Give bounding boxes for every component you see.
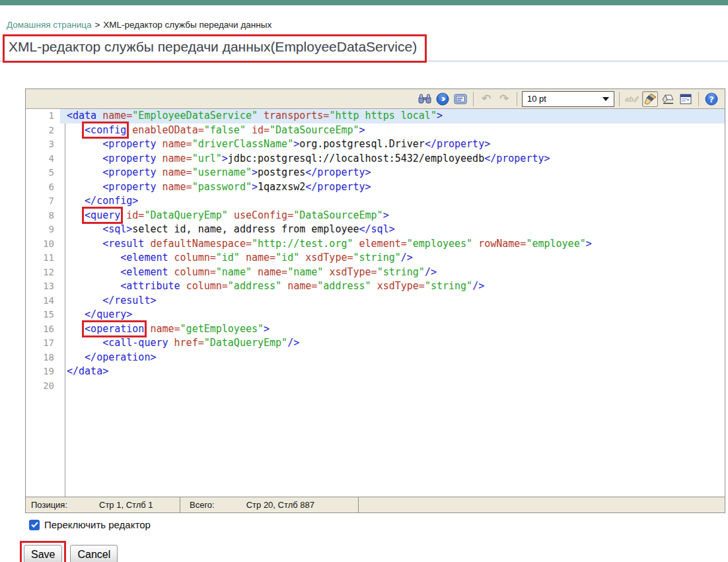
- code-line[interactable]: 10 <result defaultNamespace="http://test…: [26, 237, 725, 252]
- code-token: </property>: [484, 153, 550, 164]
- highlighter-icon[interactable]: [642, 91, 658, 107]
- select-all-icon[interactable]: [453, 91, 468, 107]
- code-line[interactable]: 12 <element column="name" name="name" xs…: [26, 265, 725, 280]
- line-content: <property name="password">1qazxsw2</prop…: [60, 180, 725, 195]
- line-number: 5: [26, 166, 60, 180]
- code-token: >: [222, 153, 228, 164]
- switch-editor-checkbox[interactable]: [29, 520, 40, 530]
- code-token: >: [383, 209, 389, 221]
- code-token: [168, 266, 174, 278]
- annotated-tag: <query: [85, 209, 120, 221]
- code-token: column=: [174, 252, 216, 263]
- code-token: rowName=: [478, 238, 526, 250]
- line-number: 18: [26, 351, 60, 365]
- editor-toolbar: ↶ ↷ 10 pt ab: [26, 89, 725, 109]
- status-empty-cell: [359, 497, 725, 512]
- code-token: id=: [126, 209, 144, 221]
- code-token: [67, 337, 102, 349]
- line-content: [60, 379, 725, 394]
- code-line[interactable]: 2 <config enableOData="false" id="DataSo…: [26, 123, 725, 138]
- code-token: name=: [163, 181, 192, 193]
- line-content: <data name="EmployeeDataService" transpo…: [60, 109, 725, 123]
- line-number: 13: [26, 279, 60, 294]
- find-icon[interactable]: [417, 91, 433, 107]
- code-line[interactable]: 3 <property name="driverClassName">org.p…: [26, 137, 725, 152]
- code-line[interactable]: 1<data name="EmployeeDataService" transp…: [26, 109, 725, 123]
- code-token: <call-query: [102, 337, 168, 349]
- code-token: [67, 153, 102, 164]
- line-number: 20: [26, 379, 60, 394]
- code-token: [67, 252, 120, 263]
- code-token: [67, 295, 102, 306]
- xml-code-editor[interactable]: 1<data name="EmployeeDataService" transp…: [26, 109, 725, 497]
- code-token: "address": [317, 280, 371, 292]
- status-position-label: Позиция:: [31, 500, 67, 510]
- code-line[interactable]: 18 </operation>: [26, 351, 725, 365]
- code-line[interactable]: 13 <attribute column="address" name="add…: [26, 279, 725, 294]
- cancel-button[interactable]: Cancel: [70, 545, 118, 562]
- code-token: [281, 280, 287, 292]
- line-content: <call-query href="DataQueryEmp"/>: [60, 336, 725, 351]
- code-token: />: [472, 280, 484, 292]
- save-button[interactable]: Save: [24, 545, 62, 562]
- code-token: </sql>: [359, 223, 395, 235]
- code-line[interactable]: 15 </query>: [26, 308, 725, 322]
- code-token: "DataSourceEmp": [270, 124, 359, 136]
- code-token: "string": [377, 266, 425, 278]
- code-token: <property: [102, 138, 156, 150]
- code-token: name=: [246, 252, 275, 263]
- code-token: "http https local": [329, 110, 437, 122]
- code-line[interactable]: 6 <property name="password">1qazxsw2</pr…: [26, 180, 725, 195]
- code-token: "employee": [526, 238, 585, 250]
- code-line[interactable]: 14 </result>: [26, 294, 725, 308]
- code-line[interactable]: 5 <property name="username">postgres</pr…: [26, 166, 725, 180]
- code-line[interactable]: 20: [26, 379, 725, 394]
- font-size-select[interactable]: 10 pt: [522, 91, 614, 107]
- code-line[interactable]: 11 <element column="id" name="id" xsdTyp…: [26, 251, 725, 265]
- page-title: XML-редактор службы передачи данных(Empl…: [3, 34, 427, 63]
- toolbar-separator: [619, 92, 620, 106]
- code-token: name=: [102, 110, 132, 122]
- code-token: <property: [102, 181, 156, 193]
- code-token: element=: [359, 238, 407, 250]
- line-content: <attribute column="address" name="addres…: [60, 279, 725, 294]
- code-line[interactable]: 7 </config>: [26, 194, 725, 209]
- code-token: [371, 280, 377, 292]
- code-line[interactable]: 19</data>: [26, 365, 725, 379]
- code-token: useConfig=: [234, 209, 293, 221]
- code-token: />: [401, 252, 413, 263]
- code-token: </config>: [85, 195, 138, 207]
- code-token: name=: [163, 153, 192, 164]
- code-line[interactable]: 16 <operation name="getEmployees">: [26, 322, 725, 337]
- page-title-row: XML-редактор службы передачи данных(Empl…: [0, 36, 728, 73]
- code-token: [156, 138, 162, 150]
- code-token: >: [437, 110, 443, 122]
- code-line[interactable]: 9 <sql>select id, name, address from emp…: [26, 223, 725, 237]
- line-content: <sql>select id, name, address from emplo…: [60, 223, 725, 237]
- code-line[interactable]: 8 <query id="DataQueryEmp" useConfig="Da…: [26, 209, 725, 223]
- code-token: org.postgresql.Driver: [299, 138, 425, 150]
- editor-window-icon[interactable]: [678, 91, 694, 107]
- help-icon[interactable]: ?: [704, 91, 719, 107]
- line-number: 3: [26, 137, 60, 152]
- breadcrumb-home-link[interactable]: Домашняя страница: [7, 20, 91, 30]
- eraser-icon[interactable]: [660, 91, 676, 107]
- code-token: <sql>: [102, 223, 132, 235]
- code-line[interactable]: 17 <call-query href="DataQueryEmp"/>: [26, 336, 725, 351]
- code-token: </result>: [102, 295, 156, 306]
- line-content: </query>: [60, 308, 725, 322]
- goto-line-icon[interactable]: [435, 91, 451, 107]
- line-number: 17: [26, 336, 60, 351]
- svg-text:?: ?: [710, 94, 714, 104]
- code-token: "password": [192, 181, 252, 193]
- cancel-wrap: Cancel: [70, 545, 118, 562]
- code-token: "name": [287, 266, 323, 278]
- line-number: 8: [26, 209, 60, 223]
- code-token: [168, 252, 174, 263]
- code-line[interactable]: 4 <property name="url">jdbc:postgresql:/…: [26, 152, 725, 166]
- code-token: [67, 166, 102, 178]
- annotated-tag: <operation: [85, 323, 144, 335]
- top-accent-bar: [0, 0, 728, 5]
- toolbar-separator: [698, 92, 699, 106]
- code-token: "id": [275, 252, 299, 263]
